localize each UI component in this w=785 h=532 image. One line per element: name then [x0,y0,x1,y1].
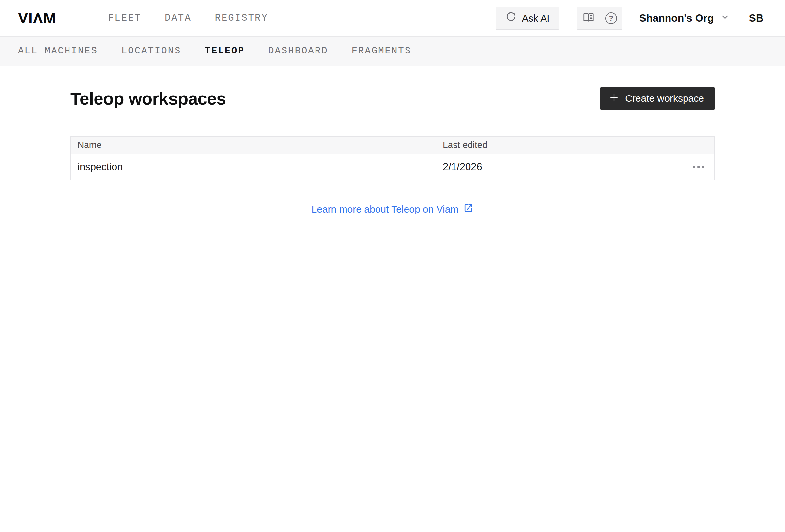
topbar: VIΛM FLEET DATA REGISTRY Ask AI [0,0,785,36]
tab-teleop[interactable]: TELEOP [205,46,244,56]
create-workspace-button[interactable]: Create workspace [600,87,714,109]
main-content: Teleop workspaces Create workspace Name … [0,87,785,215]
help-button[interactable]: ? [600,7,622,29]
table-header: Name Last edited [71,137,714,154]
tab-dashboard[interactable]: DASHBOARD [268,46,328,56]
page-title: Teleop workspaces [71,89,226,109]
ask-ai-label: Ask AI [522,13,550,24]
topbar-divider [81,11,82,26]
title-row: Teleop workspaces Create workspace [71,87,714,109]
workspaces-table: Name Last edited inspection 2/1/2026 [71,136,714,180]
external-link-icon [463,203,474,215]
ask-ai-button[interactable]: Ask AI [496,7,559,30]
nav-data[interactable]: DATA [165,13,192,24]
viam-logo[interactable]: VIΛM [18,9,56,27]
question-circle-icon: ? [605,12,617,24]
workspace-name-cell[interactable]: inspection [71,161,436,173]
user-avatar[interactable]: SB [749,12,763,24]
utility-icon-group: ? [577,7,622,30]
tab-locations[interactable]: LOCATIONS [121,46,181,56]
fleet-subnav: ALL MACHINES LOCATIONS TELEOP DASHBOARD … [0,36,785,66]
topbar-right: Ask AI ? Shannon's Org [496,7,763,30]
tab-all-machines[interactable]: ALL MACHINES [18,46,98,56]
learn-more-link[interactable]: Learn more about Teleop on Viam [311,203,474,215]
row-menu-button[interactable] [689,162,708,172]
workspace-last-edited-cell: 2/1/2026 [436,161,672,173]
table-row[interactable]: inspection 2/1/2026 [71,154,714,180]
docs-button[interactable] [578,7,600,29]
workspace-actions-cell [672,162,714,172]
nav-registry[interactable]: REGISTRY [215,13,268,24]
primary-nav: FLEET DATA REGISTRY [108,13,268,24]
tab-fragments[interactable]: FRAGMENTS [352,46,412,56]
plus-icon [609,92,619,105]
column-header-name: Name [71,140,436,150]
create-workspace-label: Create workspace [625,93,704,104]
topbar-left: VIΛM FLEET DATA REGISTRY [18,9,268,27]
learn-more-label: Learn more about Teleop on Viam [311,204,459,215]
open-book-icon [582,11,595,25]
column-header-last-edited: Last edited [436,140,672,150]
org-switcher[interactable]: Shannon's Org [639,12,729,24]
org-name: Shannon's Org [639,12,713,24]
sparkle-refresh-icon [505,11,517,25]
nav-fleet[interactable]: FLEET [108,13,141,24]
page: VIΛM FLEET DATA REGISTRY Ask AI [0,0,785,532]
chevron-down-icon [720,12,730,24]
ellipsis-icon [693,166,695,168]
learn-more-container: Learn more about Teleop on Viam [71,203,714,215]
